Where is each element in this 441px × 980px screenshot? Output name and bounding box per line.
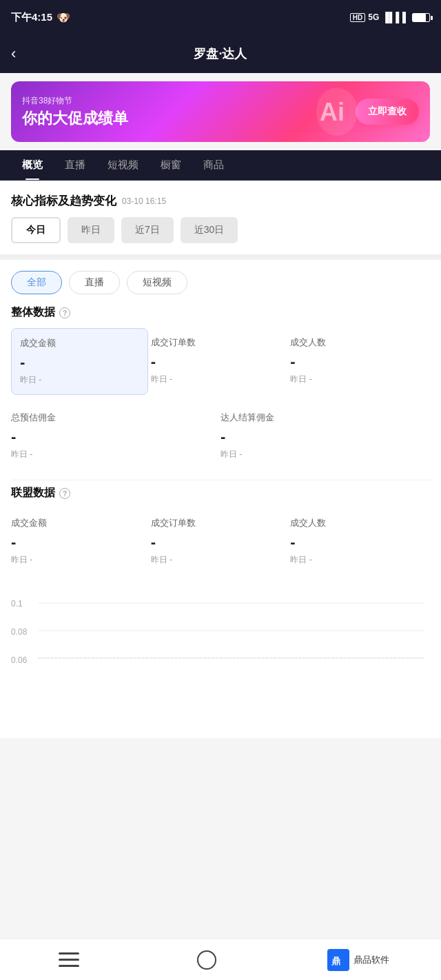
filter-live[interactable]: 直播 <box>69 271 120 294</box>
banner-title: 你的大促成绩单 <box>22 108 356 129</box>
section-title: 核心指标及趋势变化 <box>11 193 116 209</box>
alliance-sub-1: 昨日 - <box>151 554 285 566</box>
chart-svg <box>32 596 430 672</box>
cell-sub-2: 昨日 - <box>290 374 424 385</box>
signal-icon: ▐▌▌▌ <box>382 12 409 23</box>
svg-text:Ai: Ai <box>320 98 345 126</box>
tab-short-video[interactable]: 短视频 <box>96 150 150 180</box>
alliance-value-2: - <box>290 533 424 551</box>
tab-overview[interactable]: 概览 <box>11 150 54 180</box>
cell-order-count: 成交订单数 - 昨日 - <box>151 328 291 395</box>
cell-total-commission: 总预估佣金 - 昨日 - <box>11 403 220 469</box>
overall-help-icon[interactable]: ? <box>59 307 70 318</box>
svg-text:鼎: 鼎 <box>331 956 340 966</box>
overall-data-grid-2: 总预估佣金 - 昨日 - 达人结算佣金 - 昨日 - <box>11 403 430 469</box>
watermark-logo: 鼎 <box>327 949 349 971</box>
top-nav: ‹ 罗盘·达人 <box>0 34 441 73</box>
cell-transaction-amount: 成交金额 - 昨日 - <box>11 328 148 395</box>
alliance-sub-0: 昨日 - <box>11 554 145 566</box>
alliance-data-section: 联盟数据 ? 成交金额 - 昨日 - 成交订单数 - 昨日 - 成交人数 - 昨… <box>0 480 441 585</box>
cell-sub-3: 昨日 - <box>11 449 215 460</box>
tab-product[interactable]: 商品 <box>192 150 235 180</box>
banner-subtitle: 抖音38好物节 <box>22 95 356 107</box>
filter-all[interactable]: 全部 <box>11 271 62 294</box>
chart-area: 0.1 0.08 0.06 <box>0 585 441 683</box>
nav-menu-button[interactable] <box>52 950 86 970</box>
alliance-data-title: 联盟数据 ? <box>11 486 430 500</box>
content-area: 核心指标及趋势变化 03-10 16:15 今日 昨日 近7日 近30日 <box>0 181 441 254</box>
overall-data-title: 整体数据 ? <box>11 305 430 320</box>
overall-data-grid: 成交金额 - 昨日 - 成交订单数 - 昨日 - 成交人数 - 昨日 - <box>11 328 430 395</box>
alliance-cell-buyers: 成交人数 - 昨日 - <box>290 509 430 574</box>
alliance-label-0: 成交金额 <box>11 517 145 529</box>
cell-value-4: - <box>220 428 424 446</box>
alliance-cell-orders: 成交订单数 - 昨日 - <box>151 509 291 574</box>
chart-y-label-2: 0.08 <box>11 627 27 637</box>
cell-label-2: 成交人数 <box>290 336 424 349</box>
banner: 抖音38好物节 你的大促成绩单 Ai 立即查收 <box>11 81 430 142</box>
brand-logo-icon: 鼎 <box>329 950 348 970</box>
section-date: 03-10 16:15 <box>122 196 166 206</box>
alliance-data-grid: 成交金额 - 昨日 - 成交订单数 - 昨日 - 成交人数 - 昨日 - <box>11 509 430 574</box>
chart-y-label-3: 0.06 <box>11 655 27 665</box>
chart-y-axis: 0.1 0.08 0.06 <box>11 596 32 665</box>
cell-label-1: 成交订单数 <box>151 336 285 349</box>
svg-point-8 <box>198 951 216 969</box>
cell-value-0: - <box>20 354 139 371</box>
nav-home-button[interactable] <box>189 950 224 970</box>
overall-data-section: 整体数据 ? 成交金额 - 昨日 - 成交订单数 - 昨日 - 成交人数 - 昨… <box>0 300 441 480</box>
page-title: 罗盘·达人 <box>194 45 247 62</box>
svg-rect-6 <box>59 959 79 961</box>
period-7days[interactable]: 近7日 <box>121 217 174 243</box>
status-dog-icon: 🐶 <box>57 11 70 24</box>
alliance-sub-2: 昨日 - <box>290 554 424 566</box>
alliance-label-2: 成交人数 <box>290 517 424 529</box>
cell-sub-1: 昨日 - <box>151 374 285 385</box>
period-yesterday[interactable]: 昨日 <box>68 217 114 243</box>
section-divider <box>0 254 441 260</box>
tab-window[interactable]: 橱窗 <box>150 150 192 180</box>
bottom-spacer <box>0 683 441 738</box>
banner-decoration: Ai <box>313 85 361 139</box>
cell-sub-0: 昨日 - <box>20 374 139 386</box>
cell-value-3: - <box>11 428 215 446</box>
cell-settled-commission: 达人结算佣金 - 昨日 - <box>220 403 430 469</box>
period-30days[interactable]: 近30日 <box>181 217 238 243</box>
cell-label-0: 成交金额 <box>20 337 139 349</box>
network-badge: 5G <box>368 12 379 22</box>
main-content: 全部 直播 短视频 整体数据 ? 成交金额 - 昨日 - 成交订单数 - 昨日 … <box>0 260 441 738</box>
filter-short-video[interactable]: 短视频 <box>127 271 187 294</box>
alliance-cell-amount: 成交金额 - 昨日 - <box>11 509 151 574</box>
alliance-label-1: 成交订单数 <box>151 517 285 529</box>
cell-sub-4: 昨日 - <box>220 449 424 460</box>
watermark-text: 鼎品软件 <box>353 954 389 966</box>
cell-value-2: - <box>290 353 424 371</box>
tabs-bar: 概览 直播 短视频 橱窗 商品 <box>0 150 441 181</box>
alliance-value-1: - <box>151 533 285 551</box>
svg-rect-7 <box>59 965 79 967</box>
period-buttons: 今日 昨日 近7日 近30日 <box>0 214 441 254</box>
banner-cta-button[interactable]: 立即查收 <box>356 99 419 125</box>
alliance-value-0: - <box>11 533 145 551</box>
home-circle-icon <box>196 950 217 970</box>
cell-buyer-count: 成交人数 - 昨日 - <box>290 328 430 395</box>
battery-icon <box>412 13 430 22</box>
back-button[interactable]: ‹ <box>11 45 16 63</box>
tab-live[interactable]: 直播 <box>54 150 96 180</box>
cell-label-3: 总预估佣金 <box>11 411 215 424</box>
status-bar: 下午4:15 🐶 HD 5G ▐▌▌▌ <box>0 0 441 34</box>
filter-tabs: 全部 直播 短视频 <box>0 260 441 300</box>
cell-value-1: - <box>151 353 285 371</box>
alliance-help-icon[interactable]: ? <box>59 488 70 499</box>
watermark-area: 鼎 鼎品软件 <box>327 949 389 971</box>
hd-badge: HD <box>350 13 365 22</box>
cell-label-4: 达人结算佣金 <box>220 411 424 424</box>
banner-text: 抖音38好物节 你的大促成绩单 <box>22 95 356 129</box>
svg-rect-5 <box>59 952 79 955</box>
bottom-nav: 鼎 鼎品软件 <box>0 939 441 980</box>
status-time: 下午4:15 <box>11 11 52 24</box>
section-header: 核心指标及趋势变化 03-10 16:15 <box>0 181 441 214</box>
hamburger-icon <box>59 952 79 968</box>
chart-y-label-1: 0.1 <box>11 599 27 609</box>
period-today[interactable]: 今日 <box>11 217 61 243</box>
